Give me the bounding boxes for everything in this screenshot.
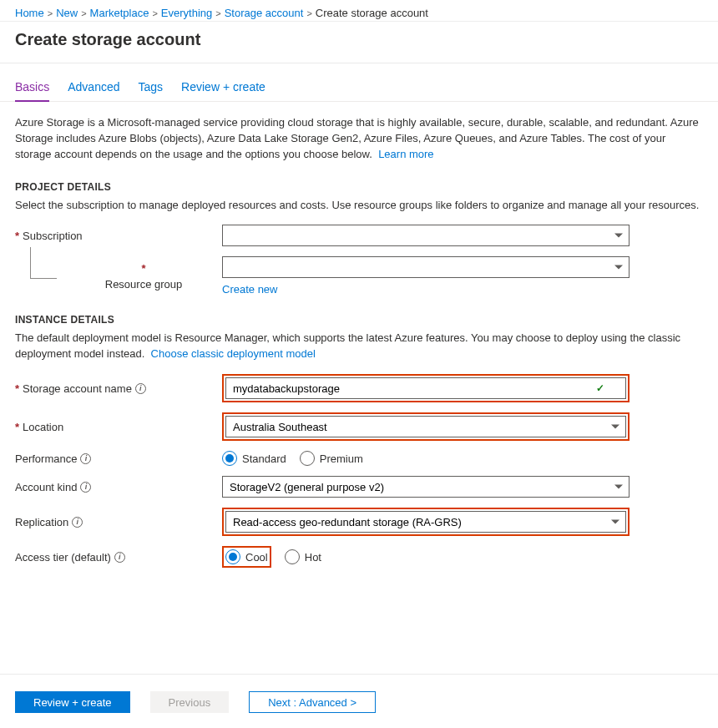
- next-advanced-button[interactable]: Next : Advanced >: [249, 691, 376, 713]
- tab-basics[interactable]: Basics: [15, 80, 49, 102]
- learn-more-link[interactable]: Learn more: [378, 148, 433, 160]
- access-tier-cool-highlight: Cool: [222, 546, 271, 568]
- access-tier-cool-radio[interactable]: Cool: [225, 549, 268, 564]
- breadcrumb-storage-account[interactable]: Storage account: [225, 7, 304, 19]
- chevron-right-icon: >: [152, 8, 157, 18]
- access-tier-label: Access tier (default) i: [15, 551, 222, 564]
- classic-deployment-link[interactable]: Choose classic deployment model: [151, 347, 316, 360]
- tree-indent: [30, 247, 57, 279]
- resource-group-select[interactable]: [222, 256, 630, 278]
- storage-name-highlight: ✓: [222, 374, 630, 402]
- breadcrumb-marketplace[interactable]: Marketplace: [90, 7, 149, 19]
- performance-standard-radio[interactable]: Standard: [222, 451, 286, 466]
- section-header-project: PROJECT DETAILS: [15, 181, 703, 193]
- subscription-label: *Subscription: [15, 230, 222, 242]
- account-kind-select[interactable]: [222, 476, 630, 498]
- chevron-right-icon: >: [215, 8, 220, 18]
- location-label: *Location: [15, 421, 222, 433]
- footer: Review + create Previous Next : Advanced…: [0, 674, 718, 728]
- create-new-link[interactable]: Create new: [222, 283, 630, 296]
- review-create-button[interactable]: Review + create: [15, 691, 130, 713]
- info-icon[interactable]: i: [80, 482, 91, 493]
- info-icon[interactable]: i: [72, 517, 83, 528]
- chevron-right-icon: >: [81, 8, 86, 18]
- replication-label: Replication i: [15, 516, 222, 528]
- account-kind-label: Account kind i: [15, 481, 222, 493]
- previous-button: Previous: [150, 691, 230, 713]
- location-highlight: [222, 412, 630, 441]
- info-icon[interactable]: i: [80, 453, 91, 464]
- storage-name-input[interactable]: [225, 377, 626, 399]
- tab-advanced[interactable]: Advanced: [68, 80, 119, 101]
- section-desc-project: Select the subscription to manage deploy…: [15, 198, 703, 214]
- location-select[interactable]: [225, 416, 626, 437]
- performance-premium-radio[interactable]: Premium: [300, 451, 363, 466]
- intro-text: Azure Storage is a Microsoft-managed ser…: [15, 115, 703, 163]
- chevron-right-icon: >: [48, 8, 53, 18]
- tabs: Basics Advanced Tags Review + create: [0, 63, 718, 102]
- section-header-instance: INSTANCE DETAILS: [15, 314, 703, 326]
- breadcrumb-home[interactable]: Home: [15, 7, 44, 19]
- storage-name-label: *Storage account name i: [15, 382, 222, 395]
- tab-review-create[interactable]: Review + create: [181, 80, 265, 101]
- info-icon[interactable]: i: [114, 552, 125, 563]
- breadcrumb-new[interactable]: New: [56, 7, 78, 19]
- replication-select[interactable]: [225, 511, 626, 533]
- access-tier-hot-radio[interactable]: Hot: [285, 549, 321, 564]
- replication-highlight: [222, 508, 630, 536]
- resource-group-label: *Resource group: [65, 262, 222, 291]
- breadcrumb-everything[interactable]: Everything: [161, 7, 212, 19]
- performance-label: Performance i: [15, 452, 222, 465]
- breadcrumb: Home> New> Marketplace> Everything> Stor…: [0, 0, 718, 22]
- info-icon[interactable]: i: [135, 383, 146, 394]
- tab-tags[interactable]: Tags: [139, 80, 164, 101]
- valid-check-icon: ✓: [596, 382, 604, 394]
- chevron-right-icon: >: [306, 8, 311, 18]
- subscription-select[interactable]: [222, 225, 630, 246]
- breadcrumb-current: Create storage account: [316, 7, 428, 19]
- page-title: Create storage account: [0, 22, 718, 63]
- section-desc-instance: The default deployment model is Resource…: [15, 331, 703, 362]
